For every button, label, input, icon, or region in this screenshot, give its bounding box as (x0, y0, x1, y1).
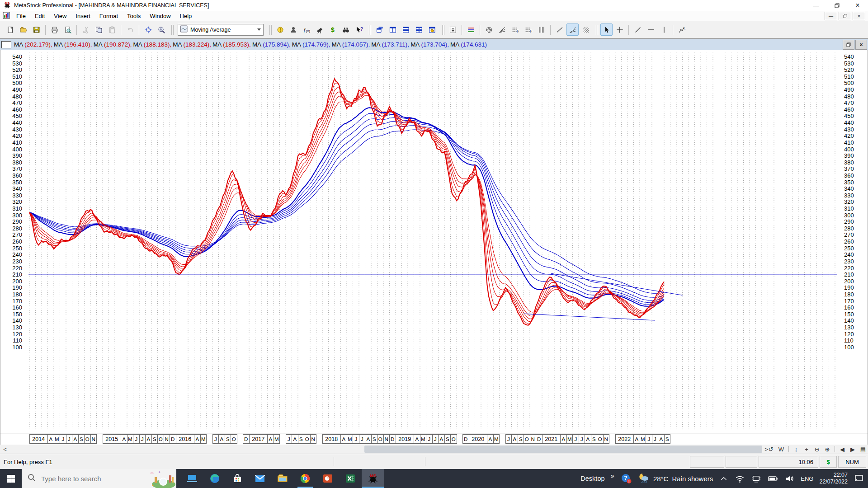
crosshair-tool-button[interactable] (613, 23, 626, 36)
save-button[interactable] (30, 23, 42, 36)
horizontal-line-button[interactable] (645, 23, 657, 36)
menu-help[interactable]: Help (175, 13, 197, 19)
menu-edit[interactable]: Edit (30, 13, 49, 19)
pane-close-button[interactable]: × (855, 40, 867, 50)
tile-vertical-button[interactable] (387, 23, 399, 36)
child-close-button[interactable]: × (853, 12, 865, 20)
indicator-dropdown[interactable]: Moving Average (178, 24, 264, 36)
menu-view[interactable]: View (49, 13, 71, 19)
weekly-periodicity-button[interactable]: W (778, 446, 784, 453)
pane-restore-button[interactable] (843, 40, 854, 50)
trendline-tool-button[interactable] (553, 23, 566, 36)
toolbar-separator (462, 25, 462, 35)
taskbar-app-pc[interactable] (181, 469, 203, 488)
tray-chevron-up-icon[interactable] (719, 474, 729, 483)
x-axis-tick-label: S (151, 434, 158, 444)
fan-lines-tool-button[interactable] (566, 23, 579, 36)
scroll-left-arrow[interactable]: < (1, 445, 9, 454)
taskbar-search[interactable] (22, 469, 176, 488)
retracement-tool-button[interactable]: R (509, 23, 521, 36)
taskbar-app-store[interactable] (226, 469, 249, 488)
tile-horizontal-button[interactable] (400, 23, 412, 36)
fan-tool-button[interactable] (496, 23, 508, 36)
scroll-left-button[interactable]: ◀ (839, 446, 845, 453)
zigzag-tool-button[interactable]: L (676, 23, 688, 36)
search-input[interactable] (40, 474, 142, 483)
zoom-out-button[interactable]: ⊖ (814, 446, 820, 453)
scroll-right-button[interactable]: ▶ (849, 446, 856, 453)
pan-button[interactable]: + (803, 446, 810, 453)
weather-widget[interactable]: 28°C Rain showers (638, 472, 713, 485)
cycle-lines-tool-button[interactable] (535, 23, 547, 36)
notification-center-icon[interactable] (854, 473, 864, 484)
menu-file[interactable]: File (12, 13, 30, 19)
y-axis-tick-label: 470 (1, 99, 22, 106)
menu-format[interactable]: Format (95, 13, 123, 19)
diagonal-line-button[interactable] (632, 23, 644, 36)
taskbar-app-file-explorer[interactable] (271, 469, 294, 488)
zoom-in-button[interactable]: ⊕ (824, 446, 830, 453)
battery-icon[interactable] (767, 473, 778, 484)
taskbar-app-metastock[interactable]: MS (362, 469, 384, 488)
taskbar-app-excel[interactable] (339, 469, 362, 488)
volume-icon[interactable] (784, 473, 795, 484)
copy-button[interactable] (93, 23, 105, 36)
taskbar-clock[interactable]: 22:07 22/07/2022 (819, 472, 848, 485)
print-button[interactable] (48, 23, 61, 36)
indicator-builder-button[interactable]: f(x) (300, 23, 312, 36)
ma-value-12: MA (174.631) (450, 41, 487, 48)
print-preview-button[interactable] (61, 23, 74, 36)
menu-window[interactable]: Window (145, 13, 175, 19)
taskbar-app-mail[interactable] (249, 469, 271, 488)
cast-screen-icon[interactable] (751, 474, 761, 484)
taskbar-app-edge[interactable] (203, 469, 226, 488)
taskbar-app-chrome[interactable] (294, 469, 316, 488)
svg-text:MS: MS (5, 1, 10, 5)
chart-area[interactable]: 5405405305305205205105105005004904904804… (0, 50, 868, 433)
taskbar-app-powerpoint[interactable] (316, 469, 339, 488)
y-axis-tick-label: 450 (844, 113, 865, 119)
system-tester-button[interactable]: $ (326, 23, 339, 36)
language-indicator[interactable]: ENG (801, 475, 813, 482)
zoom-chart-button[interactable] (155, 23, 167, 36)
window-options-button[interactable] (426, 23, 438, 36)
new-file-button[interactable] (4, 23, 16, 36)
start-button[interactable] (0, 469, 22, 488)
search-button[interactable] (340, 23, 352, 36)
taskbar-more-chevron[interactable]: » (611, 472, 614, 479)
menu-tools[interactable]: Tools (123, 13, 145, 19)
scrollbar-thumb[interactable] (364, 446, 762, 453)
context-help-button[interactable]: ? (353, 23, 365, 36)
close-button[interactable]: × (847, 0, 868, 11)
price-chart[interactable] (27, 50, 839, 433)
line-style-button[interactable] (465, 23, 477, 36)
fit-vertical-button[interactable]: ↕ (793, 446, 799, 453)
child-minimize-button[interactable]: — (825, 12, 837, 20)
get-help-icon[interactable]: ?! (620, 473, 632, 484)
child-restore-button[interactable] (839, 12, 851, 20)
collapse-box-icon[interactable] (1, 41, 11, 48)
crosshair-button[interactable] (142, 23, 154, 36)
spiral-tool-button[interactable] (483, 23, 495, 36)
page-layout-button[interactable]: ▤ (860, 446, 866, 453)
open-file-button[interactable] (17, 23, 29, 36)
ma-value-10: MA (173.711), (371, 41, 409, 48)
vertical-line-button[interactable] (658, 23, 670, 36)
tile-grid-button[interactable] (413, 23, 425, 36)
desktop-toolbar-label[interactable]: Desktop (580, 475, 604, 482)
datalink-button[interactable] (274, 23, 286, 36)
minimize-button[interactable]: — (806, 0, 826, 11)
projection-tool-button[interactable]: R (522, 23, 534, 36)
grid-tool-button[interactable] (580, 23, 592, 36)
pointer-tool-button[interactable] (600, 23, 613, 36)
rescale-button[interactable]: ↺ (768, 446, 774, 453)
explorer-button[interactable] (313, 23, 326, 36)
restore-button[interactable] (826, 0, 847, 11)
y-axis-tick-label: 120 (844, 331, 865, 338)
periodicity-spinner[interactable] (447, 23, 459, 36)
new-window-button[interactable] (373, 23, 386, 36)
wifi-icon[interactable] (735, 474, 745, 484)
clock-date: 22/07/2022 (819, 479, 848, 485)
menu-insert[interactable]: Insert (71, 13, 95, 19)
expert-advisor-button[interactable] (287, 23, 299, 36)
